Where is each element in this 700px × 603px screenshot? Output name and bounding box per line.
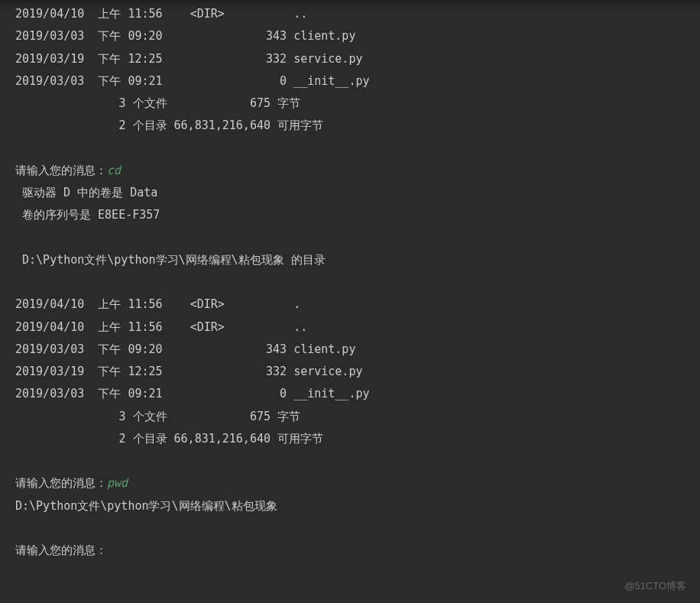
prompt-prefix: 请输入您的消息： [15, 164, 107, 177]
user-input: pwd [107, 476, 128, 490]
terminal-line: 2 个目录 66,831,216,640 可用字节 [15, 115, 685, 137]
user-input: cd [107, 164, 121, 177]
terminal-line: 2019/04/10 上午 11:56 <DIR> . [15, 293, 685, 316]
terminal-line [15, 138, 685, 160]
terminal-line: 2019/04/10 上午 11:56 <DIR> .. [15, 316, 685, 339]
terminal-line: 3 个文件 675 字节 [15, 92, 685, 115]
terminal-line: 2019/03/03 下午 09:20 343 client.py [15, 339, 685, 361]
prompt-prefix: 请输入您的消息： [15, 543, 107, 557]
terminal-line: D:\Python文件\python学习\网络编程\粘包现象 [15, 495, 685, 517]
terminal-line [15, 517, 685, 540]
terminal-line: 2019/03/03 下午 09:21 0 __init__.py [15, 70, 685, 92]
terminal-line [15, 227, 685, 249]
terminal-line: 请输入您的消息： [15, 540, 685, 562]
terminal-line: 2 个目录 66,831,216,640 可用字节 [15, 428, 685, 450]
terminal-line: 3 个文件 675 字节 [15, 406, 685, 428]
prompt-prefix: 请输入您的消息： [15, 476, 107, 490]
terminal-line: 2019/03/03 下午 09:21 0 __init__.py [15, 383, 685, 405]
terminal-line: 卷的序列号是 E8EE-F357 [15, 204, 685, 226]
terminal-line: D:\Python文件\python学习\网络编程\粘包现象 的目录 [15, 249, 685, 271]
watermark: @51CTO博客 [624, 576, 686, 595]
terminal-line: 2019/04/10 上午 11:56 <DIR> .. [15, 3, 685, 25]
terminal-line: 2019/03/03 下午 09:20 343 client.py [15, 25, 685, 47]
terminal-line [15, 271, 685, 293]
terminal-line: 2019/03/19 下午 12:25 332 service.py [15, 48, 685, 70]
terminal-line: 请输入您的消息：cd [15, 160, 685, 182]
terminal-line: 驱动器 D 中的卷是 Data [15, 182, 685, 204]
terminal-line: 2019/03/19 下午 12:25 332 service.py [15, 361, 685, 383]
terminal-line: 请输入您的消息：pwd [15, 472, 685, 494]
terminal-line [15, 450, 685, 472]
terminal-output[interactable]: 2019/04/10 上午 11:56 <DIR> ..2019/03/03 下… [15, 3, 685, 562]
